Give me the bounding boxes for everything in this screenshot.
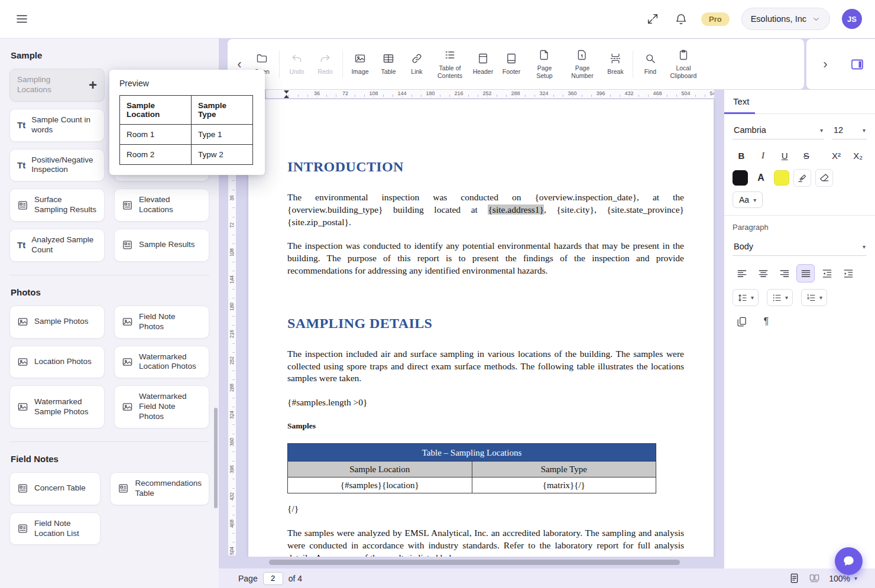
samples-label[interactable]: Samples — [287, 421, 684, 431]
highlighter-button[interactable] — [793, 169, 811, 187]
sidebar-item-location-photos[interactable]: Location Photos — [9, 346, 105, 379]
font-color-button[interactable]: A — [752, 169, 770, 187]
highlight-color-swatch[interactable] — [774, 170, 789, 186]
show-paragraph-marks-button[interactable]: ¶ — [757, 313, 775, 330]
template-tag-open[interactable]: {#samples.length >0} — [287, 397, 684, 409]
underline-button[interactable]: U — [776, 147, 793, 164]
toolbar-header-button[interactable]: Header — [469, 50, 497, 77]
table-column-header[interactable]: Sample Location — [288, 462, 472, 477]
toolbar-find-button[interactable]: Find — [636, 50, 665, 77]
align-right-button[interactable] — [775, 264, 793, 282]
toolbar-scroll-left-button[interactable]: ‹ — [231, 58, 248, 71]
align-right-icon — [779, 268, 790, 280]
line-spacing-button[interactable]: ▾ — [733, 289, 759, 306]
sidebar-item-sample-photos[interactable]: Sample Photos — [9, 306, 105, 339]
single-page-view-button[interactable] — [789, 573, 800, 584]
toolbar-table-button[interactable]: Table — [374, 50, 403, 77]
toolbar-footer-button[interactable]: Footer — [497, 50, 526, 77]
toolbar-item-label: Page Setup — [529, 64, 560, 79]
toolbar-scroll-right-button[interactable]: › — [817, 58, 834, 71]
clear-formatting-button[interactable] — [815, 169, 833, 187]
horizontal-scrollbar-thumb[interactable] — [269, 560, 680, 565]
doc-heading-sampling-details[interactable]: SAMPLING DETAILS — [287, 314, 684, 333]
copy-formatting-button[interactable] — [733, 313, 750, 330]
organization-selector[interactable]: Esolutions, Inc — [741, 8, 830, 30]
toolbar-page-setup-button[interactable]: Page Setup — [526, 47, 563, 81]
strikethrough-button[interactable]: S — [798, 147, 815, 164]
sidebar-item-analyzed-sample-count[interactable]: TtAnalyzed Sample Count — [9, 229, 105, 262]
margin-marker[interactable] — [284, 90, 289, 98]
numbered-list-button[interactable]: ▾ — [801, 289, 827, 306]
chat-button[interactable] — [835, 547, 863, 575]
multi-page-view-button[interactable] — [809, 573, 820, 584]
change-case-button[interactable]: Aa ▾ — [733, 191, 763, 208]
chevron-down-icon — [812, 15, 821, 24]
toolbar-break-button[interactable]: Break — [601, 50, 630, 77]
user-avatar[interactable]: JS — [842, 9, 862, 29]
table-cell[interactable]: {matrix}{/} — [472, 477, 656, 493]
superscript-button[interactable]: X² — [828, 147, 845, 164]
template-tag-close[interactable]: {/} — [287, 503, 684, 515]
bold-button[interactable]: B — [733, 147, 750, 164]
sidebar-item-sample-results[interactable]: Sample Results — [114, 229, 209, 262]
toolbar-table-of-contents-button[interactable]: Table of Contents — [431, 47, 469, 81]
page-number-input[interactable] — [263, 572, 283, 585]
align-justify-button[interactable] — [796, 264, 815, 282]
indent-decrease-button[interactable] — [818, 264, 836, 282]
sidebar-item-concern-table[interactable]: Concern Table — [9, 472, 101, 505]
notifications-button[interactable] — [673, 11, 689, 27]
panel-toggle-button[interactable] — [850, 57, 864, 72]
sidebar-item-elevated-locations[interactable]: Elevated Locations — [114, 189, 209, 222]
toolbar-local-clipboard-button[interactable]: Local Clipboard — [665, 47, 702, 81]
font-size-select[interactable]: 12 ▾ — [832, 121, 867, 139]
font-family-select[interactable]: Cambria ▾ — [733, 121, 824, 139]
text-color-swatch[interactable] — [733, 170, 748, 186]
sidebar-item-watermarked-field-note-photos[interactable]: Watermarked Field Note Photos — [114, 385, 209, 428]
sidebar-item-watermarked-location-photos[interactable]: Watermarked Location Photos — [114, 346, 209, 379]
sidebar-item-positive-negative-inspection[interactable]: TtPositive/Negative Inspection — [9, 149, 105, 182]
sidebar-section-photos: PhotosSample PhotosField Note PhotosLoca… — [9, 275, 209, 428]
preview-col-header: Sample Location — [120, 96, 192, 125]
table-title[interactable]: Table – Sampling Locations — [288, 444, 656, 462]
table-icon — [17, 523, 28, 534]
sidebar-item-surface-sampling-results[interactable]: Surface Sampling Results — [9, 189, 105, 222]
sidebar-item-label: Positive/Negative Inspection — [31, 155, 97, 176]
doc-paragraph-3[interactable]: The inspection included air and surface … — [287, 348, 684, 385]
document-table[interactable]: Table – Sampling Locations Sample Locati… — [287, 443, 656, 493]
section-grid: Sample PhotosField Note PhotosLocation P… — [9, 306, 209, 428]
sidebar-item-field-note-photos[interactable]: Field Note Photos — [114, 306, 209, 339]
template-field-selected[interactable]: {site.address1} — [488, 204, 544, 215]
indent-increase-button[interactable] — [839, 264, 857, 282]
table-icon — [17, 200, 28, 211]
bullet-list-button[interactable]: ▾ — [767, 289, 793, 306]
toolbar-image-button[interactable]: Image — [346, 50, 374, 77]
align-center-button[interactable] — [754, 264, 772, 282]
sidebar-item-field-note-location-list[interactable]: Field Note Location List — [9, 512, 101, 545]
doc-paragraph-4[interactable]: The samples were analyzed by EMSL Analyt… — [287, 527, 684, 557]
doc-heading-introduction[interactable]: INTRODUCTION — [287, 157, 684, 176]
fullscreen-button[interactable] — [644, 11, 661, 27]
sidebar-item-sample-count-in-words[interactable]: TtSample Count in words — [9, 109, 105, 142]
sidebar-item-label: Watermarked Sample Photos — [34, 397, 97, 417]
subscript-button[interactable]: X₂ — [849, 147, 867, 164]
toolbar-page-number-button[interactable]: Page Number — [563, 47, 601, 81]
toolbar-link-button[interactable]: Link — [403, 50, 431, 77]
table-cell[interactable]: {#samples}{location} — [288, 477, 472, 493]
toolbar-redo-button[interactable]: Redo — [311, 50, 339, 77]
sidebar-item-watermarked-sample-photos[interactable]: Watermarked Sample Photos — [9, 385, 105, 428]
zoom-control[interactable]: 100% ▾ — [829, 574, 857, 583]
document-page[interactable]: INTRODUCTION The environmental inspectio… — [248, 99, 714, 557]
hamburger-menu-button[interactable] — [13, 10, 31, 28]
table-column-header[interactable]: Sample Type — [472, 462, 656, 477]
tab-text[interactable]: Text — [724, 90, 762, 113]
ruler-mark: 396 — [595, 90, 606, 96]
italic-button[interactable]: I — [754, 147, 772, 164]
sidebar-item-recommendations-table[interactable]: Recommendations Table — [110, 472, 209, 505]
sidebar-item-sampling-locations[interactable]: Sampling Locations+ — [9, 69, 105, 102]
paragraph-style-select[interactable]: Body ▾ — [733, 238, 867, 256]
doc-paragraph-2[interactable]: The inspection was conducted to identify… — [287, 240, 684, 277]
doc-paragraph-1[interactable]: The environmental inspection was conduct… — [287, 191, 684, 228]
align-left-button[interactable] — [733, 264, 751, 282]
sidebar-scrollbar-thumb[interactable] — [214, 408, 218, 508]
toolbar-undo-button[interactable]: Undo — [283, 50, 311, 77]
